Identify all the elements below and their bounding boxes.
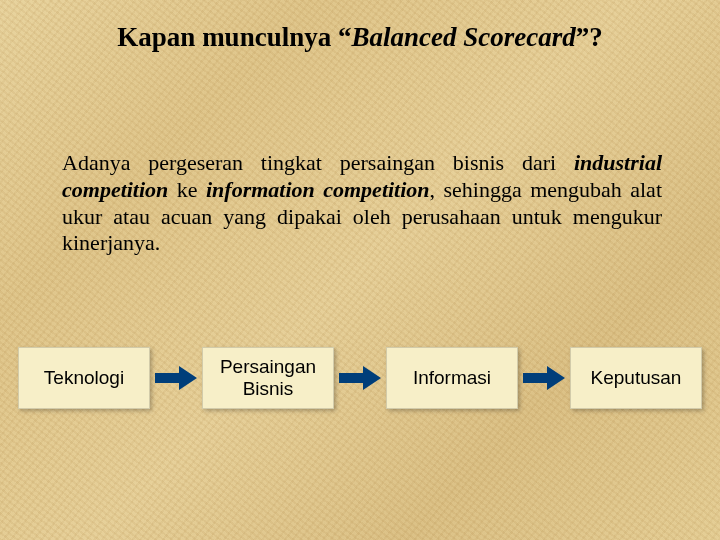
para-text-1: Adanya pergeseran tingkat persaingan bis… (62, 150, 574, 175)
flow-box-keputusan: Keputusan (570, 347, 702, 409)
flow-label: Persaingan Bisnis (209, 356, 327, 400)
flow-box-informasi: Informasi (386, 347, 518, 409)
title-italic: Balanced Scorecard (351, 22, 575, 52)
flow-diagram: Teknologi Persaingan Bisnis Informasi Ke… (18, 338, 702, 418)
flow-box-teknologi: Teknologi (18, 347, 150, 409)
flow-label: Keputusan (591, 367, 682, 389)
slide-title: Kapan munculnya “Balanced Scorecard”? (0, 22, 720, 53)
title-prefix: Kapan munculnya “ (117, 22, 351, 52)
flow-box-persaingan-bisnis: Persaingan Bisnis (202, 347, 334, 409)
arrow-right-icon (155, 366, 197, 390)
arrow-right-icon (523, 366, 565, 390)
svg-marker-2 (523, 366, 565, 390)
svg-marker-0 (155, 366, 197, 390)
title-suffix: ”? (576, 22, 603, 52)
para-information-competition: information competition (206, 177, 430, 202)
svg-marker-1 (339, 366, 381, 390)
arrow-right-icon (339, 366, 381, 390)
flow-label: Teknologi (44, 367, 124, 389)
flow-label: Informasi (413, 367, 491, 389)
para-ke: ke (168, 177, 206, 202)
body-paragraph: Adanya pergeseran tingkat persaingan bis… (62, 150, 662, 257)
